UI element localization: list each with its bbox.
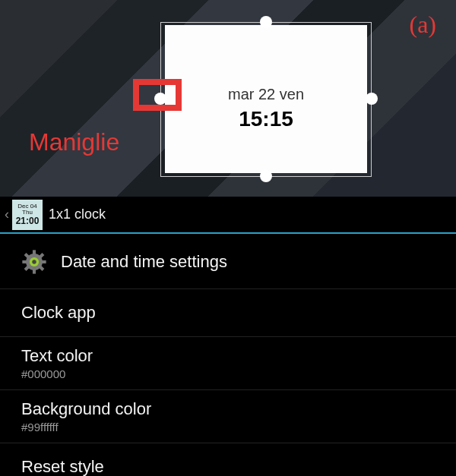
row-reset-style[interactable]: Reset style [0, 443, 456, 476]
row-background-color[interactable]: Background color #99ffffff [0, 390, 456, 443]
resize-handle-right[interactable] [366, 93, 378, 105]
home-wallpaper: mar 22 ven 15:15 Maniglie (a) [0, 0, 456, 197]
row-label: Background color [21, 399, 151, 419]
row-value: #99ffffff [21, 421, 59, 433]
svg-rect-3 [22, 260, 27, 263]
row-clock-app[interactable]: Clock app [0, 289, 456, 337]
row-label: Reset style [21, 457, 104, 476]
app-icon-time: 21:00 [16, 216, 40, 226]
row-label: Date and time settings [61, 252, 227, 272]
back-chevron-icon[interactable]: ‹ [0, 206, 12, 222]
gear-icon [17, 249, 52, 275]
resize-handle-bottom[interactable] [260, 170, 272, 182]
resize-handle-top[interactable] [260, 16, 272, 28]
svg-point-10 [32, 260, 36, 263]
annotation-handle-label: Maniglie [29, 128, 119, 156]
action-bar-title: 1x1 clock [49, 206, 106, 222]
svg-rect-1 [33, 250, 36, 255]
action-bar: ‹ Dec 04 Thu 21:00 1x1 clock [0, 197, 456, 234]
settings-list: Date and time settings Clock app Text co… [0, 235, 456, 476]
annotation-highlight-box [133, 79, 182, 111]
widget-time-text: 15:15 [165, 107, 367, 131]
clock-widget[interactable]: mar 22 ven 15:15 [165, 25, 367, 173]
annotation-a: (a) [409, 11, 436, 39]
app-icon[interactable]: Dec 04 Thu 21:00 [12, 200, 43, 230]
row-label: Text color [21, 346, 93, 366]
row-date-time-settings[interactable]: Date and time settings [0, 235, 456, 289]
svg-rect-4 [41, 260, 46, 263]
svg-rect-2 [33, 269, 36, 274]
row-value: #000000 [21, 367, 65, 380]
widget-date-text: mar 22 ven [165, 86, 367, 103]
row-text-color[interactable]: Text color #000000 [0, 337, 456, 390]
row-label: Clock app [21, 303, 96, 323]
